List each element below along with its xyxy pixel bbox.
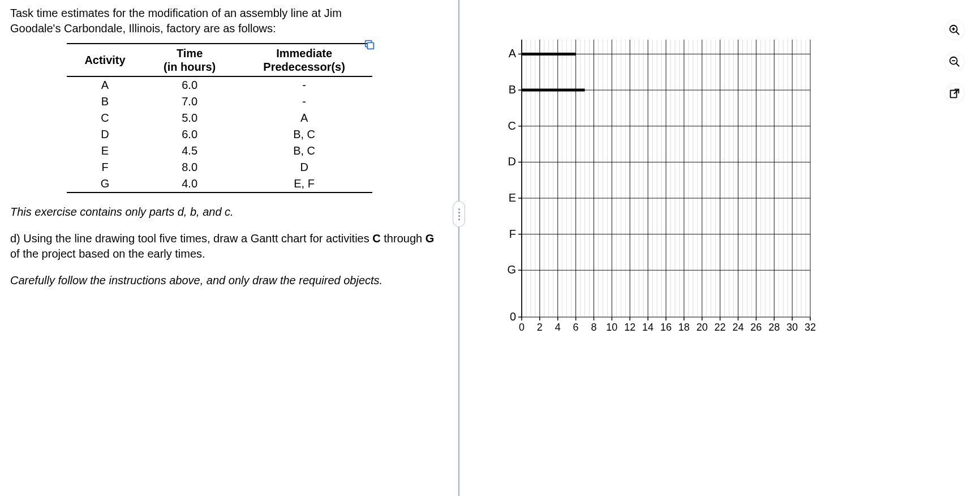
table-cell: B, C: [236, 126, 372, 143]
question-pane: Task time estimates for the modification…: [0, 0, 458, 496]
data-table-wrap: Activity Time (in hours) Immediate Prede…: [67, 43, 372, 193]
activity-table: Activity Time (in hours) Immediate Prede…: [67, 43, 372, 193]
table-cell: 4.5: [143, 143, 236, 159]
table-cell: -: [236, 93, 372, 110]
svg-text:32: 32: [805, 322, 816, 333]
svg-text:0: 0: [510, 310, 516, 323]
svg-text:18: 18: [678, 322, 690, 333]
svg-text:0: 0: [519, 322, 525, 333]
table-cell: E, F: [236, 176, 372, 193]
zoom-out-icon: [948, 55, 961, 68]
svg-text:2: 2: [537, 322, 543, 333]
svg-text:24: 24: [732, 322, 743, 333]
table-cell: 5.0: [143, 110, 236, 126]
gantt-chart[interactable]: ABCDEFG002468101214161820222426283032: [499, 34, 816, 340]
svg-text:20: 20: [697, 322, 708, 333]
svg-text:6: 6: [573, 322, 579, 333]
table-row: E4.5B, C: [67, 143, 372, 159]
col-activity: Activity: [67, 44, 143, 76]
svg-text:22: 22: [715, 322, 726, 333]
table-cell: D: [236, 159, 372, 176]
svg-text:F: F: [509, 228, 516, 240]
svg-text:16: 16: [660, 322, 672, 333]
svg-text:C: C: [508, 119, 516, 132]
svg-text:D: D: [508, 155, 516, 168]
svg-text:E: E: [509, 191, 516, 204]
zoom-in-icon: [948, 24, 961, 36]
table-cell: 7.0: [143, 93, 236, 110]
intro-text: Task time estimates for the modification…: [10, 6, 384, 36]
zoom-in-button[interactable]: [945, 20, 964, 40]
chart-pane: ABCDEFG002468101214161820222426283032: [459, 0, 980, 496]
svg-text:G: G: [507, 263, 516, 276]
table-cell: -: [236, 76, 372, 93]
table-cell: 6.0: [143, 76, 236, 93]
svg-text:14: 14: [642, 322, 654, 333]
exercise-note: This exercise contains only parts d, b, …: [10, 204, 440, 220]
svg-line-129: [956, 32, 960, 35]
table-row: C5.0A: [67, 110, 372, 126]
svg-text:28: 28: [768, 322, 780, 333]
table-cell: B, C: [236, 143, 372, 159]
open-in-new-icon: [948, 87, 961, 100]
svg-text:26: 26: [750, 322, 762, 333]
table-cell: G: [67, 176, 143, 193]
table-cell: A: [236, 110, 372, 126]
table-cell: A: [67, 76, 143, 93]
caution-text: Carefully follow the instructions above,…: [10, 273, 440, 288]
col-time: Time (in hours): [143, 44, 236, 76]
col-predecessors: Immediate Predecessor(s): [236, 44, 372, 76]
svg-rect-1: [367, 42, 373, 49]
svg-text:B: B: [509, 83, 516, 96]
table-popout-icon[interactable]: [363, 39, 376, 51]
table-cell: 6.0: [143, 126, 236, 143]
table-cell: 8.0: [143, 159, 236, 176]
svg-text:12: 12: [624, 322, 635, 333]
zoom-out-button[interactable]: [945, 52, 964, 71]
table-cell: 4.0: [143, 176, 236, 193]
table-cell: E: [67, 143, 143, 159]
table-row: F8.0D: [67, 159, 372, 176]
table-row: B7.0-: [67, 93, 372, 110]
table-cell: B: [67, 93, 143, 110]
svg-text:30: 30: [786, 322, 798, 333]
table-row: D6.0B, C: [67, 126, 372, 143]
svg-text:A: A: [509, 47, 517, 59]
table-cell: F: [67, 159, 143, 176]
svg-rect-135: [951, 91, 957, 98]
table-row: G4.0E, F: [67, 176, 372, 193]
open-new-window-button[interactable]: [945, 84, 964, 103]
table-cell: C: [67, 110, 143, 126]
svg-text:4: 4: [555, 322, 561, 333]
table-cell: D: [67, 126, 143, 143]
question-d: d) Using the line drawing tool five time…: [10, 231, 440, 262]
svg-text:8: 8: [591, 322, 596, 333]
chart-tools: [945, 20, 964, 103]
svg-text:10: 10: [606, 322, 617, 333]
svg-line-133: [956, 63, 960, 67]
table-row: A6.0-: [67, 76, 372, 93]
